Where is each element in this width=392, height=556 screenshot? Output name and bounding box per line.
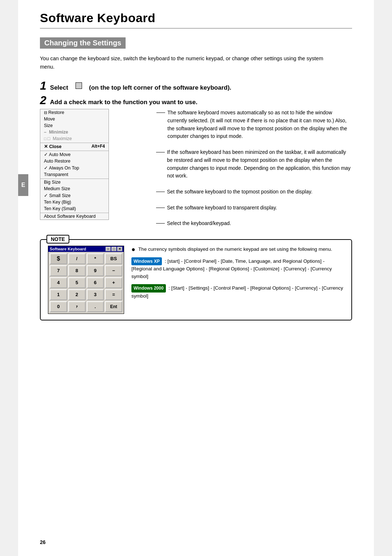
key-dollar[interactable]: $	[50, 253, 67, 264]
windows-xp-section: Windows XP : [start] - [Control Panel] -…	[131, 257, 344, 281]
key-7[interactable]: 7	[50, 265, 67, 276]
menu-column: Restore Move Size – Minimize □ Maximize …	[40, 109, 145, 236]
menu-transparent: Transparent	[40, 171, 109, 178]
keyboard-row-5: 0 ｧ . Ent	[50, 301, 122, 312]
close-btn[interactable]: ✕	[117, 247, 122, 251]
menu-small-size: Small Size	[40, 192, 109, 199]
menu-big-size: Big Size	[40, 179, 109, 185]
desc-1: The software keyboard moves automaticall…	[156, 109, 352, 140]
menu-ten-key-small: Ten Key (Small)	[40, 205, 109, 212]
key-minus[interactable]: −	[105, 265, 122, 276]
windows-2000-badge: Windows 2000	[131, 284, 166, 293]
key-3[interactable]: 3	[87, 289, 104, 300]
titlebar-buttons: − □ ✕	[106, 247, 122, 251]
step-1-text: Select	[50, 84, 68, 91]
key-8[interactable]: 8	[68, 265, 86, 276]
menu-move: Move	[40, 116, 109, 122]
key-0[interactable]: 0	[50, 301, 67, 312]
page-number: 26	[40, 539, 46, 545]
desc-3-text: Set the software keyboard to the topmost…	[167, 188, 313, 196]
menu-ten-key-big: Ten Key (Big)	[40, 199, 109, 205]
step-1-number: 1	[40, 80, 46, 91]
keyboard-row-3: 4 5 6 +	[50, 277, 122, 288]
menu-minimize: – Minimize	[40, 129, 109, 135]
note-bullet-text: The currency symbols displayed on the nu…	[138, 246, 332, 254]
bullet-icon: ●	[131, 246, 135, 254]
key-6[interactable]: 6	[87, 277, 104, 288]
menu-restore: Restore	[40, 109, 109, 116]
minimize-btn[interactable]: −	[106, 247, 111, 251]
key-5[interactable]: 5	[68, 277, 86, 288]
key-star[interactable]: *	[87, 253, 104, 264]
keyboard-row-4: 1 2 3 =	[50, 289, 122, 300]
key-ent[interactable]: Ent	[105, 301, 122, 312]
key-bs[interactable]: BS	[105, 253, 122, 264]
keyboard-mockup: Software Keyboard − □ ✕ $ / * BS 7	[48, 246, 124, 314]
key-1[interactable]: 1	[50, 289, 67, 300]
desc-4: Set the software keyboard to transparent…	[156, 204, 352, 212]
menu-medium-size: Medium Size	[40, 185, 109, 192]
menu-always-on-top: Always On Top	[40, 164, 109, 171]
context-menu: Restore Move Size – Minimize □ Maximize …	[40, 109, 109, 220]
keyboard-title: Software Keyboard	[50, 247, 86, 251]
windows-xp-badge: Windows XP	[131, 257, 162, 266]
section-tab: E	[18, 174, 28, 196]
key-dot[interactable]: .	[87, 301, 104, 312]
menu-auto-restore: Auto Restore	[40, 158, 109, 164]
main-body: Restore Move Size – Minimize □ Maximize …	[40, 109, 352, 236]
key-4[interactable]: 4	[50, 277, 67, 288]
desc-3: Set the software keyboard to the topmost…	[156, 188, 352, 196]
note-label: NOTE	[46, 235, 69, 244]
step-2: 2 Add a check mark to the function you w…	[40, 94, 352, 106]
keyboard-row-1: $ / * BS	[50, 253, 122, 264]
keyboard-title-bar: Software Keyboard − □ ✕	[48, 246, 124, 252]
menu-close: ✕ CloseAlt+F4	[40, 143, 109, 150]
step-1: 1 Select (on the top left corner of the …	[40, 80, 352, 91]
windows-2000-section: Windows 2000 : [Start] - [Settings] - [C…	[131, 284, 344, 300]
desc-1-text: The software keyboard moves automaticall…	[167, 109, 352, 140]
step-1-text2: (on the top left corner of the software …	[89, 84, 231, 91]
key-slash[interactable]: /	[68, 253, 86, 264]
page-title: Software Keyboard	[40, 11, 352, 29]
keyboard-row-2: 7 8 9 −	[50, 265, 122, 276]
note-content: ● The currency symbols displayed on the …	[131, 246, 344, 314]
descriptions-column: The software keyboard moves automaticall…	[145, 109, 352, 236]
desc-5-text: Select the keyboard/keypad.	[167, 220, 231, 228]
menu-about: About Software Keyboard	[40, 213, 109, 220]
step-2-text: Add a check mark to the function you wan…	[50, 99, 197, 106]
key-2[interactable]: 2	[68, 289, 86, 300]
tab-letter: E	[21, 182, 25, 188]
note-bullet: ● The currency symbols displayed on the …	[131, 246, 344, 254]
menu-icon	[75, 82, 82, 89]
key-equals[interactable]: =	[105, 289, 122, 300]
desc-4-text: Set the software keyboard to transparent…	[167, 204, 277, 212]
intro-text: You can change the keyboard size, switch…	[40, 54, 338, 71]
note-box: NOTE Software Keyboard − □ ✕ $ / * BS	[40, 239, 352, 320]
key-plus[interactable]: +	[105, 277, 122, 288]
desc-5: Select the keyboard/keypad.	[156, 220, 352, 228]
menu-auto-move: Auto Move	[40, 151, 109, 158]
restore-btn[interactable]: □	[111, 247, 117, 251]
step-2-number: 2	[40, 94, 46, 106]
keyboard-grid: $ / * BS 7 8 9 − 4 5 6 +	[48, 252, 124, 314]
key-9[interactable]: 9	[87, 265, 104, 276]
key-small-a[interactable]: ｧ	[68, 301, 86, 312]
desc-2-text: If the software keyboard has been minimi…	[167, 148, 352, 180]
desc-2: If the software keyboard has been minimi…	[156, 148, 352, 180]
section-heading: Changing the Settings	[40, 37, 126, 49]
menu-size: Size	[40, 122, 109, 129]
menu-maximize: □ Maximize	[40, 135, 109, 142]
